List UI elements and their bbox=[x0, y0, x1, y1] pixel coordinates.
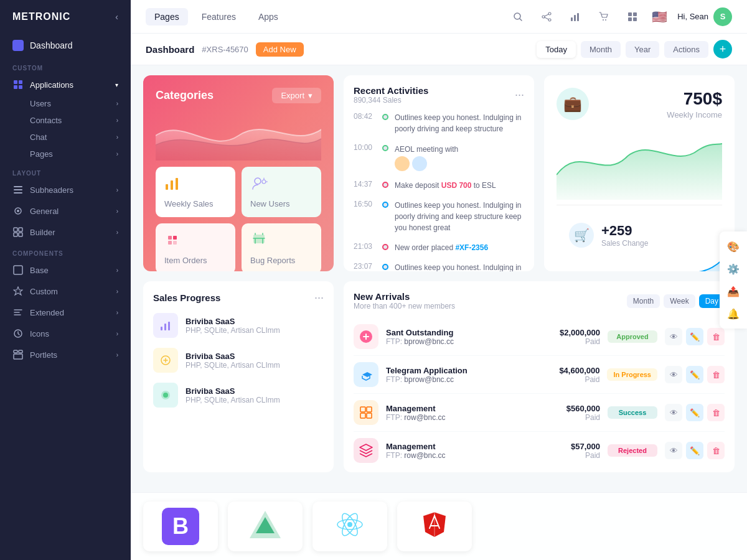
general-chevron: › bbox=[116, 208, 118, 215]
delete-icon[interactable]: 🗑 bbox=[707, 404, 725, 421]
activities-menu-icon[interactable]: ··· bbox=[515, 88, 524, 101]
actions-button[interactable]: Actions bbox=[664, 41, 708, 58]
view-icon[interactable]: 👁 bbox=[665, 328, 682, 345]
topnav-link-pages[interactable]: Pages bbox=[146, 8, 188, 26]
svg-rect-3 bbox=[19, 85, 22, 89]
sidebar-item-users[interactable]: Users › bbox=[0, 95, 131, 112]
svg-rect-49 bbox=[367, 407, 372, 412]
sidebar-item-extended[interactable]: Extended › bbox=[0, 302, 131, 323]
arrivals-filters: Month Week Day bbox=[627, 294, 725, 308]
view-icon[interactable]: 👁 bbox=[665, 404, 682, 421]
sales-list: Briviba SaaS PHP, SQLite, Artisan CLImm … bbox=[153, 313, 324, 408]
mini-card-bug-reports[interactable]: Bug Reports bbox=[242, 223, 321, 271]
add-new-button[interactable]: Add New bbox=[256, 42, 304, 57]
sidebar-item-general[interactable]: General › bbox=[0, 200, 131, 222]
sidebar-item-portlets[interactable]: Portlets › bbox=[0, 344, 131, 365]
sidebar-item-subheaders[interactable]: Subheaders › bbox=[0, 179, 131, 200]
sidebar-item-custom[interactable]: Custom › bbox=[0, 281, 131, 302]
sidebar-item-icons[interactable]: Icons › bbox=[0, 323, 131, 344]
topnav-link-apps[interactable]: Apps bbox=[250, 8, 287, 26]
user-info[interactable]: Hi, Sean S bbox=[677, 7, 732, 26]
user-greeting: Hi, Sean bbox=[677, 12, 708, 21]
sales-item-name: Briviba SaaS bbox=[186, 352, 324, 361]
bootstrap-logo[interactable]: B bbox=[143, 502, 218, 551]
builder-label: Builder bbox=[30, 228, 55, 237]
svg-rect-29 bbox=[628, 17, 632, 21]
base-label: Base bbox=[30, 266, 49, 275]
delete-icon[interactable]: 🗑 bbox=[707, 366, 725, 383]
angular-logo[interactable] bbox=[397, 502, 472, 551]
arrivals-paid: Paid bbox=[544, 337, 600, 346]
edit-icon[interactable]: ✏️ bbox=[686, 442, 703, 459]
portlets-label: Portlets bbox=[30, 350, 57, 360]
sidebar-collapse-icon[interactable]: ‹ bbox=[115, 12, 118, 22]
sales-progress-menu-icon[interactable]: ··· bbox=[314, 291, 324, 304]
arrivals-week-button[interactable]: Week bbox=[664, 294, 695, 308]
applications-label: Applications bbox=[30, 80, 73, 90]
mini-card-new-users[interactable]: New Users bbox=[242, 167, 321, 217]
year-button[interactable]: Year bbox=[626, 41, 659, 58]
right-share-icon[interactable]: 📤 bbox=[723, 281, 743, 301]
flag-icon[interactable]: 🇺🇸 bbox=[652, 9, 667, 24]
activity-item: 14:37 Make deposit USD 700 to ESL bbox=[354, 180, 524, 191]
delete-icon[interactable]: 🗑 bbox=[707, 328, 725, 345]
edit-icon[interactable]: ✏️ bbox=[686, 328, 703, 345]
pages-chevron: › bbox=[116, 151, 118, 157]
sidebar-item-pages[interactable]: Pages › bbox=[0, 146, 131, 162]
sidebar-item-dashboard[interactable]: Dashboard bbox=[0, 34, 131, 57]
new-users-label: New Users bbox=[250, 199, 312, 208]
svg-point-35 bbox=[262, 180, 266, 184]
svg-rect-48 bbox=[360, 407, 365, 412]
share-icon[interactable] bbox=[537, 7, 556, 26]
cart-icon[interactable] bbox=[594, 7, 613, 26]
mini-card-weekly-sales[interactable]: Weekly Sales bbox=[156, 167, 235, 217]
svg-rect-23 bbox=[574, 15, 576, 21]
export-button[interactable]: Export ▾ bbox=[272, 88, 321, 103]
sidebar-item-contacts[interactable]: Contacts › bbox=[0, 112, 131, 129]
right-palette-icon[interactable]: 🎨 bbox=[723, 236, 743, 256]
add-plus-button[interactable]: + bbox=[713, 40, 732, 58]
mini-card-item-orders[interactable]: Item Orders bbox=[156, 223, 235, 271]
sidebar-item-applications[interactable]: Applications ▾ bbox=[0, 74, 131, 95]
arrivals-month-button[interactable]: Month bbox=[627, 294, 660, 308]
view-icon[interactable]: 👁 bbox=[665, 366, 682, 383]
arrivals-row: Telegram Application FTP: bprow@bnc.cc $… bbox=[354, 356, 725, 394]
month-button[interactable]: Month bbox=[581, 41, 621, 58]
today-button[interactable]: Today bbox=[537, 41, 576, 58]
right-flag-icon[interactable]: 🔔 bbox=[723, 304, 743, 324]
react-logo[interactable] bbox=[312, 502, 387, 551]
subheaders-chevron: › bbox=[116, 187, 118, 194]
categories-title: Categories bbox=[156, 89, 214, 102]
search-icon[interactable] bbox=[509, 7, 527, 26]
sidebar-item-builder[interactable]: Builder › bbox=[0, 222, 131, 243]
subheader: Dashboard #XRS-45670 Add New Today Month… bbox=[131, 34, 747, 65]
edit-icon[interactable]: ✏️ bbox=[686, 404, 703, 421]
svg-rect-4 bbox=[14, 186, 22, 187]
sidebar-item-base[interactable]: Base › bbox=[0, 259, 131, 281]
svg-rect-37 bbox=[173, 236, 177, 240]
svg-rect-2 bbox=[14, 85, 17, 89]
icons-icon bbox=[12, 328, 24, 339]
general-label: General bbox=[30, 207, 59, 216]
sidebar-section-components: COMPONENTS bbox=[0, 243, 131, 259]
right-side-icons: 🎨 ⚙️ 📤 🔔 bbox=[720, 231, 747, 329]
arrivals-paid: Paid bbox=[544, 451, 600, 460]
weekly-income-section: 💼 750$ Weekly Income bbox=[557, 88, 722, 200]
arrivals-amount: $560,000 bbox=[544, 404, 600, 413]
view-icon[interactable]: 👁 bbox=[665, 442, 682, 459]
delete-icon[interactable]: 🗑 bbox=[707, 442, 725, 459]
topnav-link-features[interactable]: Features bbox=[193, 8, 245, 26]
right-settings-icon[interactable]: ⚙️ bbox=[723, 259, 743, 279]
edit-icon[interactable]: ✏️ bbox=[686, 366, 703, 383]
chart-icon[interactable] bbox=[566, 7, 585, 26]
arrivals-row: Sant Outstanding FTP: bprow@bnc.cc $2,00… bbox=[354, 318, 725, 356]
vue-logo[interactable] bbox=[228, 502, 303, 551]
icons-chevron: › bbox=[116, 330, 118, 337]
grid-icon[interactable] bbox=[623, 7, 642, 26]
arrivals-actions: 👁 ✏️ 🗑 bbox=[665, 404, 725, 421]
sidebar-item-chat[interactable]: Chat › bbox=[0, 129, 131, 146]
weekly-amount: 750$ bbox=[667, 89, 722, 109]
vue-icon bbox=[250, 511, 281, 543]
contacts-chevron: › bbox=[116, 117, 118, 124]
base-chevron: › bbox=[116, 267, 118, 274]
